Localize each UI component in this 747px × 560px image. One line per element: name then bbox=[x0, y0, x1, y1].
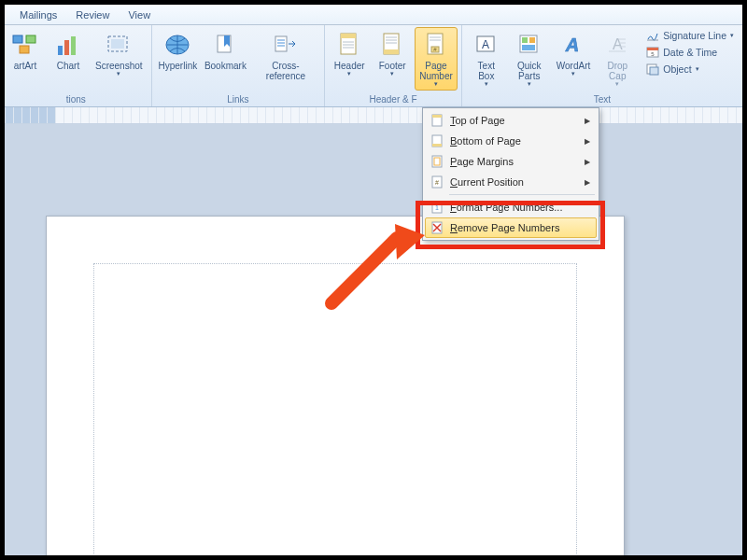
svg-rect-10 bbox=[275, 36, 287, 51]
ribbon: artArt Chart Screenshot ▾ tions bbox=[5, 25, 742, 107]
chevron-down-icon: ▾ bbox=[485, 80, 488, 88]
svg-rect-32 bbox=[522, 37, 528, 43]
menu-separator bbox=[449, 194, 595, 195]
svg-text:A: A bbox=[482, 38, 489, 51]
smartart-icon bbox=[10, 30, 40, 60]
wordart-button[interactable]: A WordArt ▾ bbox=[552, 27, 596, 80]
page-number-icon: # bbox=[421, 30, 451, 60]
page-margins-icon bbox=[428, 153, 446, 170]
svg-text:#: # bbox=[435, 179, 439, 186]
horizontal-ruler[interactable] bbox=[5, 107, 742, 124]
chevron-down-icon: ▾ bbox=[434, 80, 438, 88]
group-label-illustrations: tions bbox=[5, 93, 148, 106]
screenshot-icon bbox=[104, 30, 134, 60]
crossreference-button[interactable]: Cross-reference bbox=[251, 27, 321, 84]
svg-rect-4 bbox=[64, 40, 69, 55]
datetime-icon: 5 bbox=[646, 46, 659, 59]
svg-text:A: A bbox=[565, 35, 579, 55]
chart-button[interactable]: Chart bbox=[48, 27, 89, 74]
footer-icon bbox=[377, 30, 407, 60]
object-button[interactable]: Object ▾ bbox=[641, 61, 739, 77]
signature-line-button[interactable]: Signature Line ▾ bbox=[641, 27, 739, 44]
chevron-down-icon: ▾ bbox=[347, 70, 351, 77]
tab-mailings[interactable]: Mailings bbox=[10, 6, 66, 24]
page-number-menu: Top of Page ▶ Bottom of Page ▶ Page Marg… bbox=[422, 107, 599, 241]
page-number-button[interactable]: # Page Number ▾ bbox=[415, 27, 458, 91]
chevron-down-icon: ▾ bbox=[571, 70, 575, 77]
footer-button[interactable]: Footer ▾ bbox=[372, 27, 413, 80]
group-label-text: Text bbox=[466, 93, 739, 106]
margin-guide bbox=[93, 263, 577, 555]
document-page[interactable] bbox=[46, 216, 625, 555]
svg-rect-7 bbox=[111, 39, 124, 49]
submenu-arrow-icon: ▶ bbox=[585, 178, 590, 187]
tab-view[interactable]: View bbox=[119, 6, 160, 24]
remove-page-numbers-icon bbox=[428, 219, 446, 236]
submenu-arrow-icon: ▶ bbox=[585, 117, 590, 125]
object-icon bbox=[646, 63, 659, 76]
quickparts-button[interactable]: Quick Parts ▾ bbox=[509, 27, 550, 91]
group-label-links: Links bbox=[156, 93, 321, 106]
menu-current-position[interactable]: # Current Position ▶ bbox=[425, 172, 597, 192]
hyperlink-button[interactable]: Hyperlink bbox=[156, 27, 201, 74]
ribbon-tabs: Mailings Review View bbox=[5, 5, 742, 25]
svg-rect-43 bbox=[647, 48, 658, 50]
crossreference-icon bbox=[271, 30, 301, 60]
bottom-of-page-icon bbox=[428, 133, 446, 149]
svg-rect-48 bbox=[432, 115, 442, 118]
chevron-down-icon: ▾ bbox=[117, 70, 120, 77]
tab-review[interactable]: Review bbox=[66, 6, 119, 24]
bookmark-button[interactable]: Bookmark bbox=[202, 27, 249, 74]
signature-icon bbox=[646, 29, 659, 42]
chevron-down-icon: ▾ bbox=[696, 65, 699, 73]
svg-rect-3 bbox=[58, 46, 63, 55]
svg-rect-46 bbox=[650, 67, 658, 75]
svg-rect-1 bbox=[26, 35, 35, 43]
hyperlink-icon bbox=[162, 30, 192, 60]
quickparts-icon bbox=[514, 30, 544, 60]
submenu-arrow-icon: ▶ bbox=[585, 158, 590, 166]
chevron-down-icon: ▾ bbox=[390, 70, 394, 77]
svg-rect-15 bbox=[341, 34, 356, 38]
svg-rect-2 bbox=[20, 46, 29, 53]
chevron-down-icon: ▾ bbox=[730, 32, 734, 39]
submenu-arrow-icon: ▶ bbox=[585, 137, 590, 146]
chart-icon bbox=[53, 30, 83, 60]
textbox-button[interactable]: A Text Box ▾ bbox=[466, 27, 507, 91]
menu-format-page-numbers[interactable]: 1 Format Page Numbers... bbox=[425, 197, 597, 217]
svg-rect-33 bbox=[529, 37, 535, 43]
svg-rect-0 bbox=[13, 35, 22, 43]
svg-rect-34 bbox=[522, 45, 535, 50]
chevron-down-icon: ▾ bbox=[615, 80, 619, 88]
top-of-page-icon bbox=[428, 112, 446, 129]
dropcap-button[interactable]: A Drop Cap ▾ bbox=[597, 27, 638, 91]
screenshot-button[interactable]: Screenshot ▾ bbox=[91, 27, 148, 80]
textbox-icon: A bbox=[472, 30, 501, 60]
menu-bottom-of-page[interactable]: Bottom of Page ▶ bbox=[425, 131, 597, 151]
format-page-numbers-icon: 1 bbox=[428, 199, 446, 216]
bookmark-icon bbox=[210, 30, 240, 60]
svg-text:1: 1 bbox=[435, 204, 439, 211]
svg-rect-20 bbox=[384, 49, 399, 54]
smartart-button[interactable]: artArt bbox=[5, 27, 46, 74]
svg-rect-5 bbox=[71, 36, 76, 55]
chevron-down-icon: ▾ bbox=[528, 80, 531, 88]
dropcap-icon: A bbox=[602, 30, 632, 60]
menu-page-margins[interactable]: Page Margins ▶ bbox=[425, 151, 597, 172]
menu-remove-page-numbers[interactable]: Remove Page Numbers bbox=[425, 217, 597, 238]
header-icon bbox=[334, 30, 364, 60]
group-label-headerfooter: Header & F bbox=[329, 93, 458, 106]
menu-top-of-page[interactable]: Top of Page ▶ bbox=[425, 110, 597, 131]
wordart-icon: A bbox=[558, 30, 588, 60]
datetime-button[interactable]: 5 Date & Time bbox=[641, 44, 739, 61]
svg-rect-50 bbox=[432, 144, 442, 147]
current-position-icon: # bbox=[428, 174, 446, 190]
document-area[interactable] bbox=[5, 124, 742, 555]
header-button[interactable]: Header ▾ bbox=[329, 27, 370, 80]
